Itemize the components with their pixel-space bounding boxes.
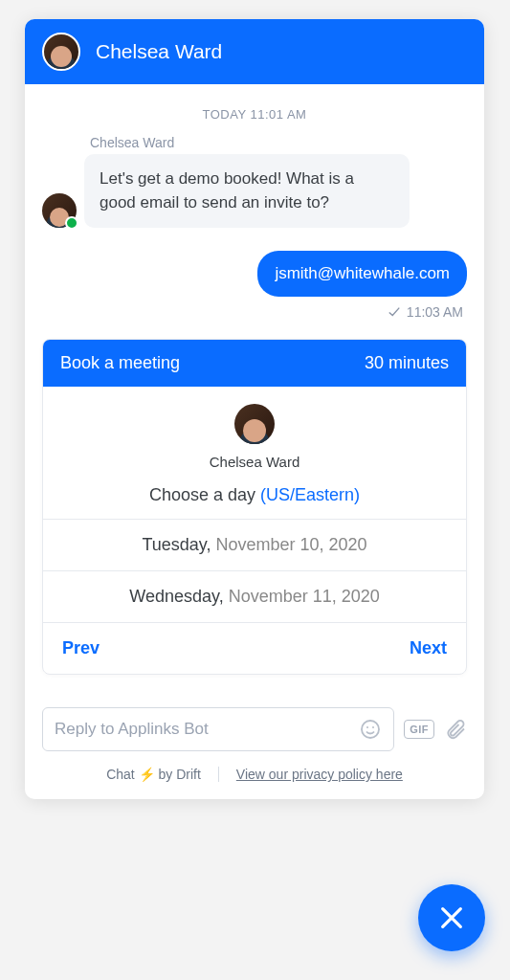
meeting-host-name: Chelsea Ward	[43, 454, 466, 470]
outgoing-time: 11:03 AM	[407, 304, 463, 320]
incoming-avatar-wrap	[42, 193, 77, 228]
svg-point-2	[372, 726, 374, 728]
outgoing-message-row: jsmith@whitewhale.com	[42, 251, 467, 297]
meeting-day-option[interactable]: Tuesday, November 10, 2020	[43, 519, 466, 570]
incoming-message-row: Let's get a demo booked! What is a good …	[42, 154, 467, 228]
header-avatar	[42, 33, 80, 71]
option-day: Wednesday,	[129, 587, 228, 606]
outgoing-bubble: jsmith@whitewhale.com	[257, 251, 467, 297]
next-button[interactable]: Next	[410, 638, 447, 658]
outgoing-meta: 11:03 AM	[42, 304, 467, 320]
close-icon	[436, 902, 467, 933]
delivered-check-icon	[388, 305, 401, 319]
powered-prefix: Chat	[106, 767, 138, 782]
powered-by: Chat ⚡ by Drift	[106, 767, 201, 782]
meeting-host-avatar	[234, 404, 275, 444]
chat-window: Chelsea Ward TODAY 11:01 AM Chelsea Ward…	[25, 19, 484, 799]
header-name: Chelsea Ward	[96, 40, 222, 63]
chat-header: Chelsea Ward	[25, 19, 484, 84]
meeting-title: Book a meeting	[60, 353, 180, 373]
chat-footer: Chat ⚡ by Drift View our privacy policy …	[25, 763, 484, 799]
emoji-icon[interactable]	[359, 718, 382, 741]
meeting-card: Book a meeting 30 minutes Chelsea Ward C…	[42, 339, 467, 675]
option-date: November 10, 2020	[215, 535, 366, 554]
gif-button[interactable]: GIF	[404, 720, 434, 739]
incoming-bubble: Let's get a demo booked! What is a good …	[84, 154, 410, 228]
prev-button[interactable]: Prev	[62, 638, 100, 658]
privacy-link[interactable]: View our privacy policy here	[236, 767, 403, 782]
timezone-link[interactable]: (US/Eastern)	[260, 485, 360, 504]
svg-point-1	[366, 726, 368, 728]
date-divider: TODAY 11:01 AM	[42, 107, 467, 122]
chat-body: TODAY 11:01 AM Chelsea Ward Let's get a …	[25, 84, 484, 707]
meeting-nav: Prev Next	[43, 622, 466, 674]
meeting-duration: 30 minutes	[365, 353, 449, 373]
meeting-card-header: Book a meeting 30 minutes	[43, 340, 466, 387]
svg-point-0	[362, 721, 379, 738]
choose-label: Choose a day	[149, 485, 260, 504]
option-date: November 11, 2020	[229, 587, 380, 606]
composer-row: GIF	[25, 707, 484, 763]
powered-suffix: by Drift	[155, 767, 201, 782]
footer-separator	[218, 767, 219, 782]
bolt-icon: ⚡	[139, 767, 155, 782]
option-day: Tuesday,	[142, 535, 215, 554]
meeting-choose-day: Choose a day (US/Eastern)	[43, 485, 466, 505]
meeting-day-option[interactable]: Wednesday, November 11, 2020	[43, 570, 466, 622]
message-sender-label: Chelsea Ward	[90, 135, 467, 150]
reply-input[interactable]	[55, 720, 359, 739]
paperclip-icon[interactable]	[444, 718, 467, 741]
meeting-card-body: Chelsea Ward Choose a day (US/Eastern) T…	[43, 387, 466, 674]
presence-indicator-icon	[65, 216, 78, 230]
composer[interactable]	[42, 707, 394, 751]
close-chat-button[interactable]	[418, 884, 485, 951]
